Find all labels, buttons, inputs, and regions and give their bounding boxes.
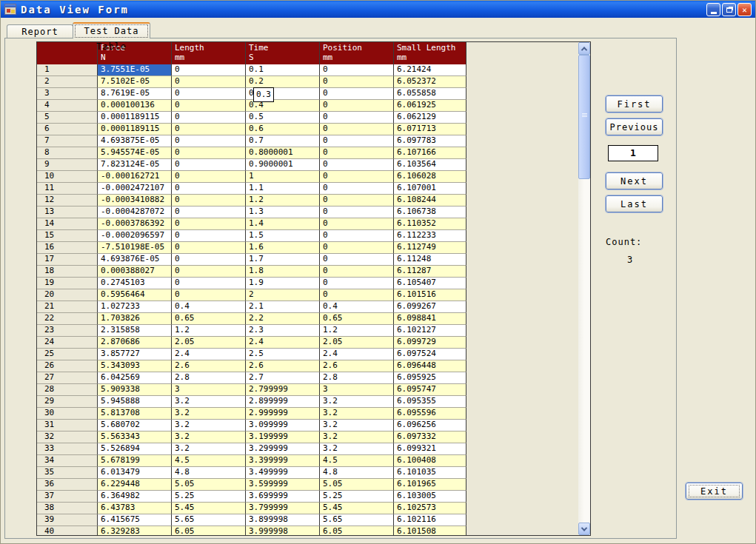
data-cell[interactable]: 3.799999 <box>246 503 320 514</box>
data-cell[interactable]: 2.799999 <box>246 384 320 396</box>
data-cell[interactable]: 5.678199 <box>98 455 172 467</box>
data-cell[interactable]: 6.11287 <box>394 266 466 278</box>
data-cell[interactable]: 6.097783 <box>394 135 466 147</box>
data-cell[interactable]: 3 <box>172 384 246 396</box>
data-cell[interactable]: 6.095747 <box>394 384 466 396</box>
row-header-cell[interactable]: 20 <box>37 289 98 301</box>
data-cell[interactable]: 2.6 <box>320 360 394 372</box>
data-cell[interactable]: 0.5 <box>246 112 320 124</box>
data-cell[interactable]: 6.101508 <box>394 526 466 536</box>
row-header-cell[interactable]: 16 <box>37 242 98 254</box>
data-cell[interactable]: 0 <box>320 135 394 147</box>
scroll-up-button[interactable] <box>578 42 590 55</box>
row-header-cell[interactable]: 36 <box>37 479 98 491</box>
data-cell[interactable]: 5.65 <box>320 514 394 526</box>
data-cell[interactable]: 6.099321 <box>394 443 466 455</box>
data-cell[interactable]: 1.027233 <box>98 301 172 313</box>
data-cell[interactable]: 4.5 <box>320 455 394 467</box>
row-header-cell[interactable]: 11 <box>37 183 98 195</box>
data-cell[interactable]: 5.526894 <box>98 443 172 455</box>
data-cell[interactable]: 4.693876E-05 <box>98 254 172 266</box>
tab-report-table[interactable]: Report Table <box>7 24 73 38</box>
page-number-input[interactable]: 1 <box>608 145 658 161</box>
data-cell[interactable]: 2.315858 <box>98 325 172 337</box>
data-cell[interactable]: 0.0001189115 <box>98 112 172 124</box>
data-cell[interactable]: 5.05 <box>320 479 394 491</box>
data-cell[interactable]: 6.101965 <box>394 479 466 491</box>
data-cell[interactable]: 1.7 <box>246 254 320 266</box>
data-cell[interactable]: 0 <box>320 147 394 159</box>
data-cell[interactable]: 1.5 <box>246 230 320 242</box>
data-cell[interactable]: 0 <box>172 76 246 88</box>
previous-button[interactable]: Previous <box>606 118 663 135</box>
data-cell[interactable]: 1.3 <box>246 206 320 218</box>
data-cell[interactable]: 6.096256 <box>394 420 466 431</box>
data-cell[interactable]: 0 <box>320 230 394 242</box>
row-header-cell[interactable]: 1 <box>37 64 98 76</box>
data-cell[interactable]: 6.112749 <box>394 242 466 254</box>
column-header-position[interactable]: Position mm <box>320 42 394 64</box>
data-cell[interactable]: -7.510198E-05 <box>98 242 172 254</box>
data-cell[interactable]: 5.813708 <box>98 408 172 420</box>
row-header-cell[interactable]: 38 <box>37 503 98 514</box>
row-header-cell[interactable]: 26 <box>37 360 98 372</box>
data-cell[interactable]: 6.102127 <box>394 325 466 337</box>
close-button[interactable]: ✕ <box>737 3 752 16</box>
data-cell[interactable]: 6.107166 <box>394 147 466 159</box>
data-cell[interactable]: 0 <box>320 218 394 230</box>
data-cell[interactable]: 0.2745103 <box>98 278 172 289</box>
data-cell[interactable]: 0 <box>320 289 394 301</box>
data-cell[interactable]: 0 <box>320 159 394 171</box>
data-cell[interactable]: 6.042569 <box>98 372 172 384</box>
data-cell[interactable]: 5.65 <box>172 514 246 526</box>
row-header-cell[interactable]: 19 <box>37 278 98 289</box>
data-cell[interactable]: 6.05 <box>320 526 394 536</box>
row-header-cell[interactable]: 10 <box>37 171 98 183</box>
row-header-cell[interactable]: 32 <box>37 431 98 443</box>
data-cell[interactable]: 1.2 <box>320 325 394 337</box>
data-cell[interactable]: 2.999999 <box>246 408 320 420</box>
data-cell[interactable]: 3 <box>320 384 394 396</box>
data-cell[interactable]: 6.095925 <box>394 372 466 384</box>
next-button[interactable]: Next <box>606 172 663 189</box>
row-header-cell[interactable]: 37 <box>37 491 98 503</box>
data-cell[interactable]: 0 <box>320 206 394 218</box>
data-cell[interactable]: 0 <box>320 266 394 278</box>
data-cell[interactable]: 1 <box>246 171 320 183</box>
data-cell[interactable]: 2.4 <box>172 349 246 360</box>
data-cell[interactable]: 3.599999 <box>246 479 320 491</box>
data-cell[interactable]: 1.2 <box>246 195 320 206</box>
data-cell[interactable]: 6.071713 <box>394 124 466 135</box>
data-cell[interactable]: 2.870686 <box>98 337 172 349</box>
data-cell[interactable]: 6.101516 <box>394 289 466 301</box>
data-cell[interactable]: 1.9 <box>246 278 320 289</box>
data-cell[interactable]: 3.899998 <box>246 514 320 526</box>
data-cell[interactable]: 0 <box>320 112 394 124</box>
data-cell[interactable]: 6.11248 <box>394 254 466 266</box>
data-cell[interactable]: 3.2 <box>320 431 394 443</box>
row-header-cell[interactable]: 39 <box>37 514 98 526</box>
data-cell[interactable]: 0 <box>320 124 394 135</box>
data-cell[interactable]: 6.096448 <box>394 360 466 372</box>
data-cell[interactable]: 0 <box>172 112 246 124</box>
data-cell[interactable]: -0.000162721 <box>98 171 172 183</box>
data-cell[interactable]: 2.4 <box>320 349 394 360</box>
data-cell[interactable]: 0 <box>172 218 246 230</box>
data-cell[interactable]: 7.823124E-05 <box>98 159 172 171</box>
row-header-cell[interactable]: 3 <box>37 88 98 100</box>
exit-button[interactable]: Exit <box>686 483 743 500</box>
data-cell[interactable]: 3.499999 <box>246 467 320 479</box>
data-cell[interactable]: 1.703826 <box>98 313 172 325</box>
data-cell[interactable]: 0.000100136 <box>98 100 172 112</box>
data-cell[interactable]: 6.43783 <box>98 503 172 514</box>
first-button[interactable]: First <box>606 95 663 113</box>
data-cell[interactable]: 5.05 <box>172 479 246 491</box>
data-cell[interactable]: 0.5956464 <box>98 289 172 301</box>
data-cell[interactable]: 0.7 <box>246 135 320 147</box>
data-cell[interactable]: 6.101035 <box>394 467 466 479</box>
data-cell[interactable]: 6.107001 <box>394 183 466 195</box>
data-cell[interactable]: 2.05 <box>172 337 246 349</box>
data-cell[interactable]: 4.5 <box>172 455 246 467</box>
row-header-cell[interactable]: 13 <box>37 206 98 218</box>
data-cell[interactable]: 6.013479 <box>98 467 172 479</box>
